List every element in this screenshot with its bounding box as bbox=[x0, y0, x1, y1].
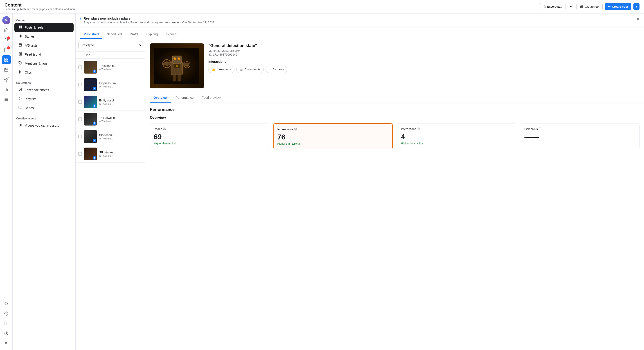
sidebar-item-playlists[interactable]: Playlists bbox=[14, 94, 74, 103]
reactions-badge[interactable]: 👍 4 reactions bbox=[208, 66, 234, 73]
list-item-checkbox-5[interactable] bbox=[78, 135, 82, 138]
metric-card-impressions: Impressions ⓘ 76 Higher than typical bbox=[274, 123, 393, 149]
sidebar-item-clips[interactable]: Clips bbox=[14, 68, 74, 77]
create-post-button[interactable]: ✏ Create post bbox=[605, 3, 631, 10]
list-item-info-6: "Righteous... ⊕ The Hou... bbox=[99, 151, 142, 157]
create-reel-button[interactable]: 🎬 Create reel bbox=[576, 3, 602, 10]
list-item-checkbox-4[interactable] bbox=[78, 117, 82, 121]
sidebar-icon-messages[interactable]: • bbox=[2, 45, 11, 54]
detail-tab-overview[interactable]: Overview bbox=[150, 93, 171, 103]
videos-crosspost-label: Videos you can crossp... bbox=[25, 124, 59, 127]
svg-rect-21 bbox=[20, 26, 22, 27]
svg-rect-28 bbox=[19, 54, 20, 55]
sidebar-item-posts-reels[interactable]: Posts & reels bbox=[14, 23, 74, 32]
svg-marker-38 bbox=[19, 97, 21, 100]
sidebar-icon-notifications[interactable]: • bbox=[2, 35, 11, 44]
link-clicks-info-icon[interactable]: ⓘ bbox=[539, 127, 542, 131]
export-data-button[interactable]: ⬡ Export data bbox=[540, 3, 566, 10]
list-item-meta-5: ⊕ The Hou... bbox=[99, 137, 142, 140]
icon-sidebar: M • • bbox=[0, 13, 12, 350]
svg-rect-58 bbox=[178, 74, 181, 81]
sidebar-item-mentions-tags[interactable]: Mentions & tags bbox=[14, 59, 74, 68]
list-item[interactable]: f Empress Em... ⊕ The Hou... bbox=[76, 76, 145, 93]
notifications-badge: • bbox=[7, 36, 10, 39]
list-item-checkbox-6[interactable] bbox=[78, 152, 82, 156]
svg-rect-22 bbox=[19, 27, 20, 28]
list-item[interactable]: f Emily cospl... ⊕ The Hou... bbox=[76, 93, 145, 111]
list-item[interactable]: f Clockwork... ⊕ The Hou... bbox=[76, 128, 145, 145]
list-item-info-3: Emily cospl... ⊕ The Hou... bbox=[99, 99, 142, 105]
page-title: Content bbox=[4, 2, 76, 8]
sidebar-letter-label: E bbox=[5, 342, 7, 345]
sidebar-icon-calendar[interactable] bbox=[2, 65, 11, 74]
facebook-badge-4: f bbox=[93, 121, 96, 125]
export-dropdown-button[interactable]: ▾ bbox=[568, 3, 574, 10]
list-item-meta-1: ⊕ The Hou... bbox=[99, 68, 142, 71]
detail-tab-performance[interactable]: Performance bbox=[172, 93, 197, 103]
share-icon: ↗ bbox=[269, 68, 271, 71]
list-item-thumb-1: f bbox=[84, 61, 97, 73]
list-item-thumb-6: f bbox=[84, 148, 97, 160]
stories-icon bbox=[18, 34, 22, 39]
tab-expiring[interactable]: Expiring bbox=[143, 30, 161, 39]
svg-rect-20 bbox=[19, 26, 20, 27]
title-column-header: Title bbox=[84, 53, 90, 57]
sidebar-icon-expand[interactable] bbox=[2, 319, 11, 328]
sidebar-icon-analytics[interactable] bbox=[2, 85, 11, 94]
sidebar-icon-megaphone[interactable] bbox=[2, 75, 11, 84]
svg-point-16 bbox=[6, 313, 7, 314]
sidebar-icon-home[interactable] bbox=[2, 26, 11, 35]
metric-label-interactions: Interactions ⓘ bbox=[401, 127, 512, 131]
metric-value-link-clicks: —— bbox=[524, 133, 636, 141]
sidebar-icon-help[interactable] bbox=[2, 329, 11, 338]
detail-tab-feed-preview[interactable]: Feed preview bbox=[198, 93, 224, 103]
post-type-filter[interactable]: Post type bbox=[78, 41, 142, 49]
shares-badge[interactable]: ↗ 0 shares bbox=[266, 66, 287, 73]
reach-info-icon[interactable]: ⓘ bbox=[163, 127, 166, 131]
list-item[interactable]: f "Righteous... ⊕ The Hou... bbox=[76, 145, 145, 163]
sidebar-icon-settings[interactable] bbox=[2, 309, 11, 318]
list-item-meta-2: ⊕ The Hou... bbox=[99, 85, 142, 88]
sidebar-icon-search[interactable] bbox=[2, 299, 11, 308]
list-item-checkbox-2[interactable] bbox=[78, 83, 82, 86]
list-item-checkbox-3[interactable] bbox=[78, 100, 82, 104]
list-item-info-5: Clockwork... ⊕ The Hou... bbox=[99, 133, 142, 140]
series-label: Series bbox=[25, 106, 34, 110]
sidebar-item-feed-grid[interactable]: Feed & grid bbox=[14, 50, 74, 59]
interactions-info-icon[interactable]: ⓘ bbox=[417, 127, 420, 131]
tab-drafts[interactable]: Drafts bbox=[126, 30, 142, 39]
svg-rect-39 bbox=[19, 106, 22, 108]
tab-published[interactable]: Published bbox=[80, 30, 102, 39]
info-banner-close-button[interactable]: ✕ bbox=[636, 17, 640, 21]
info-banner: ℹ Reel plays now include replays Play co… bbox=[76, 13, 644, 27]
sidebar-item-stories[interactable]: Stories bbox=[14, 32, 74, 41]
sidebar-icon-menu[interactable] bbox=[2, 95, 11, 104]
svg-rect-3 bbox=[6, 60, 8, 62]
facebook-photos-icon bbox=[18, 88, 22, 92]
header-left: Content Schedule, publish and manage pos… bbox=[4, 2, 76, 11]
list-item-title-6: "Righteous... bbox=[99, 151, 142, 154]
svg-rect-27 bbox=[20, 53, 22, 54]
sidebar-item-series[interactable]: Series bbox=[14, 103, 74, 112]
tab-expired[interactable]: Expired bbox=[162, 30, 180, 39]
comments-badge[interactable]: 💬 0 comments bbox=[236, 66, 264, 73]
sidebar-icon-content[interactable] bbox=[2, 55, 11, 64]
creative-section-label: Creative assets bbox=[12, 115, 76, 121]
list-filter: Post type bbox=[76, 39, 145, 51]
tab-scheduled[interactable]: Scheduled bbox=[103, 30, 125, 39]
sidebar-item-ab-tests[interactable]: A/B tests bbox=[14, 41, 74, 50]
list-item-checkbox-1[interactable] bbox=[78, 65, 82, 69]
sidebar-item-videos-crosspost[interactable]: Videos you can crossp... bbox=[14, 121, 74, 130]
list-item[interactable]: f "This one h... ⊕ The Hou... bbox=[76, 59, 145, 76]
impressions-info-icon[interactable]: ⓘ bbox=[294, 127, 297, 131]
list-item[interactable]: f The Jewel o... ⊕ The Hou... bbox=[76, 111, 145, 128]
avatar-item[interactable]: M bbox=[2, 16, 11, 25]
create-post-dropdown-button[interactable]: ▾ bbox=[634, 3, 640, 10]
metric-label-link-clicks: Link clicks ⓘ bbox=[524, 127, 636, 131]
export-icon: ⬡ bbox=[544, 5, 546, 8]
nav-sidebar: Content Posts & reels Stories A/B tests bbox=[12, 13, 76, 350]
sidebar-item-facebook-photos[interactable]: Facebook photos bbox=[14, 85, 74, 94]
top-header: Content Schedule, publish and manage pos… bbox=[0, 0, 644, 13]
metric-status-impressions: Higher than typical bbox=[278, 142, 389, 145]
list-item-thumb-5: f bbox=[84, 130, 97, 143]
